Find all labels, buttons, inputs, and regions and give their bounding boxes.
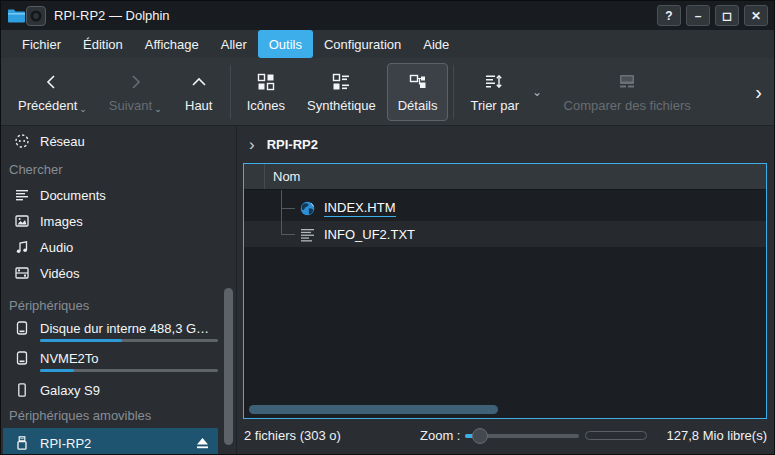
section-title-chercher: Chercher: [1, 156, 236, 182]
compare-files-button: Comparer des fichiers: [552, 63, 702, 121]
harddrive-icon: [14, 320, 30, 336]
image-icon: [14, 213, 30, 229]
sidebar-item-label: Réseau: [40, 134, 85, 149]
menu-outils[interactable]: Outils: [258, 30, 313, 58]
music-note-icon: [14, 239, 30, 255]
forward-chevron-icon: [126, 71, 144, 93]
maximize-button[interactable]: ◻: [715, 5, 739, 26]
back-button[interactable]: Précédent⌄: [7, 63, 98, 121]
close-button[interactable]: ✕: [744, 5, 768, 26]
details-view-label: Détails: [398, 98, 438, 113]
device-badge-icon: [26, 6, 46, 26]
icons-view-label: Icônes: [247, 98, 285, 113]
sort-by-button[interactable]: Trier par: [459, 63, 530, 121]
column-header-nom[interactable]: Nom: [265, 169, 300, 184]
sidebar-item-rpi-rp2[interactable]: RPI-RP2: [3, 428, 218, 454]
disk-usage-bar: [40, 339, 218, 342]
tree-connector: [265, 221, 287, 247]
icons-view-button[interactable]: Icônes: [236, 63, 296, 121]
phone-icon: [14, 382, 30, 398]
document-icon: [14, 187, 30, 203]
disk-usage-bar: [40, 369, 218, 372]
up-label: Haut: [185, 98, 212, 113]
sidebar-item-label: Disque dur interne 488,3 G…: [40, 321, 209, 336]
sort-by-label: Trier par: [470, 98, 519, 113]
content-area: › RPI-RP2 Nom: [237, 126, 774, 454]
sidebar-item-videos[interactable]: Vidéos: [1, 260, 236, 286]
sidebar-item-galaxy-s9[interactable]: Galaxy S9: [1, 378, 236, 402]
caret-down-icon: ⌄: [79, 105, 87, 113]
forward-button: Suivant⌄: [98, 63, 173, 121]
menu-fichier[interactable]: Fichier: [11, 30, 72, 58]
compact-view-icon: [331, 71, 351, 93]
free-space-bar: [585, 431, 647, 440]
sidebar-item-nvme2to[interactable]: NVME2To: [1, 348, 236, 378]
compact-view-button[interactable]: Synthétique: [296, 63, 387, 121]
up-chevron-icon: [190, 71, 208, 93]
toolbar-separator: [453, 65, 454, 119]
compare-files-icon: [616, 71, 638, 93]
caret-down-icon[interactable]: ⌄: [532, 85, 542, 99]
sidebar-item-documents[interactable]: Documents: [1, 182, 236, 208]
sidebar-item-label: NVME2To: [40, 351, 99, 366]
breadcrumb: › RPI-RP2: [237, 126, 774, 163]
expander-column-stub: [244, 164, 265, 189]
toolbar-overflow-chevron[interactable]: ›: [755, 80, 762, 103]
sidebar-item-images[interactable]: Images: [1, 208, 236, 234]
forward-label: Suivant: [109, 98, 152, 113]
breadcrumb-chevron-icon[interactable]: ›: [249, 136, 255, 153]
files-summary: 2 fichiers (303 o): [244, 428, 341, 443]
sidebar-item-disque-dur[interactable]: Disque dur interne 488,3 G…: [1, 318, 236, 348]
caret-down-icon: ⌄: [154, 105, 162, 113]
file-row-index-htm[interactable]: INDEX.HTM: [244, 195, 766, 221]
minimize-button[interactable]: –: [686, 5, 710, 26]
globe-html-icon: [299, 200, 316, 217]
menubar: Fichier Édition Affichage Aller Outils C…: [1, 30, 774, 58]
folder-app-icon: [7, 8, 26, 24]
details-view: Nom INDEX.HTM: [243, 163, 767, 419]
free-space-text: 127,8 Mio libre(s): [667, 428, 767, 443]
window-title: RPI-RP2 — Dolphin: [54, 8, 170, 23]
zoom-label: Zoom :: [420, 428, 460, 443]
menu-aide[interactable]: Aide: [412, 30, 460, 58]
sidebar-item-label: Documents: [40, 188, 106, 203]
sidebar-item-label: Galaxy S9: [40, 383, 100, 398]
menu-affichage[interactable]: Affichage: [134, 30, 210, 58]
icons-view-icon: [256, 71, 276, 93]
sidebar-item-label: Images: [40, 214, 83, 229]
menu-edition[interactable]: Édition: [72, 30, 134, 58]
sidebar-scrollbar[interactable]: [224, 288, 233, 445]
dolphin-window: RPI-RP2 — Dolphin ? – ◻ ✕ Fichier Éditio…: [0, 0, 775, 455]
places-panel: Réseau Chercher Documents: [1, 126, 237, 454]
eject-icon[interactable]: [195, 436, 210, 450]
breadcrumb-location[interactable]: RPI-RP2: [267, 137, 318, 152]
titlebar: RPI-RP2 — Dolphin ? – ◻ ✕: [1, 1, 774, 30]
section-title-peripheriques: Périphériques: [1, 292, 236, 318]
compare-files-label: Comparer des fichiers: [564, 98, 691, 113]
details-view-button[interactable]: Détails: [387, 63, 449, 121]
sidebar-item-label: Vidéos: [40, 266, 80, 281]
text-file-icon: [299, 226, 316, 243]
back-label: Précédent: [18, 98, 77, 113]
compact-view-label: Synthétique: [307, 98, 376, 113]
statusbar: 2 fichiers (303 o) Zoom : 127,8 Mio libr…: [237, 419, 774, 454]
horizontal-scrollbar[interactable]: [249, 405, 498, 414]
column-header-row: Nom: [244, 164, 766, 190]
harddrive-icon: [14, 350, 30, 366]
menu-aller[interactable]: Aller: [210, 30, 258, 58]
up-button[interactable]: Haut: [173, 63, 225, 121]
zoom-slider[interactable]: [465, 427, 579, 445]
file-row-info-uf2-txt[interactable]: INFO_UF2.TXT: [244, 221, 766, 247]
file-name: INFO_UF2.TXT: [324, 227, 415, 242]
sidebar-item-label: RPI-RP2: [40, 436, 91, 451]
network-icon: [14, 133, 30, 149]
toolbar: Précédent⌄ Suivant⌄ Haut: [1, 58, 774, 126]
usb-drive-icon: [14, 435, 30, 451]
sidebar-item-audio[interactable]: Audio: [1, 234, 236, 260]
sort-icon: [484, 71, 506, 93]
help-button[interactable]: ?: [657, 5, 681, 26]
menu-configuration[interactable]: Configuration: [313, 30, 412, 58]
details-view-icon: [408, 71, 428, 93]
zoom-slider-handle[interactable]: [472, 428, 488, 444]
sidebar-item-reseau[interactable]: Réseau: [1, 128, 236, 154]
